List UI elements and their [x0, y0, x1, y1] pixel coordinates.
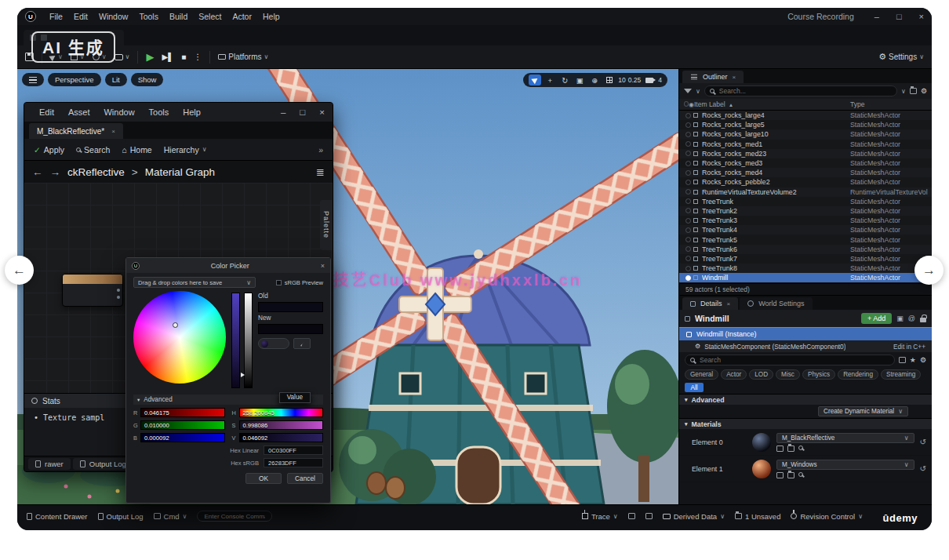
move-tool[interactable]: + — [544, 75, 556, 85]
close-icon[interactable]: × — [319, 107, 325, 117]
eyedropper-button[interactable] — [293, 338, 311, 349]
graph-list-icon[interactable]: ≣ — [316, 166, 325, 178]
close-icon[interactable]: × — [727, 300, 731, 307]
forward-icon[interactable]: → — [50, 166, 61, 178]
scale-tool[interactable]: ▣ — [573, 75, 586, 85]
apply-button[interactable]: ✓ Apply — [34, 145, 64, 155]
color-picker-titlebar[interactable]: U Color Picker × — [126, 258, 330, 273]
play-options-icon[interactable]: ⋮ — [194, 53, 202, 61]
ok-button[interactable]: OK — [245, 473, 282, 484]
srgb-toggle[interactable]: sRGB Preview — [276, 279, 323, 286]
maximize-icon[interactable]: □ — [300, 107, 305, 117]
instance-row[interactable]: Windmill (Instance) — [679, 327, 932, 340]
camera-speed-value[interactable]: 4 — [658, 76, 662, 84]
menu-item[interactable]: Actor — [227, 12, 257, 21]
table-row[interactable]: Rocks_rocks_large4 StaticMeshActor — [679, 111, 932, 120]
type-column[interactable]: Type — [850, 100, 932, 108]
hex-linear-input[interactable]: 0C0300FF — [264, 445, 323, 455]
frame-skip-button[interactable]: ▶▌ — [162, 53, 173, 61]
advanced-section-header[interactable]: ▾ Advanced — [679, 394, 932, 405]
visibility-icon[interactable] — [683, 208, 693, 213]
overflow-chevrons-icon[interactable]: » — [318, 145, 323, 155]
tab-material-asset[interactable]: M_BlackReflective* × — [29, 123, 123, 139]
cmd-dropdown[interactable]: Cmd ∨ — [154, 512, 187, 521]
filter-chip[interactable]: Rendering — [838, 369, 878, 380]
close-icon[interactable]: × — [321, 262, 325, 270]
table-row[interactable]: Rocks_rocks_large10 StaticMeshActor — [679, 129, 932, 139]
menu-item[interactable]: Asset — [61, 107, 97, 117]
menu-item[interactable]: Tools — [133, 12, 164, 21]
outliner-search-input[interactable] — [718, 86, 892, 96]
edit-in-cpp-link[interactable]: Edit in C++ — [893, 343, 925, 351]
table-row[interactable]: TreeTrunk6 StaticMeshActor — [679, 245, 932, 254]
table-row[interactable]: Rocks_rocks_med23 StaticMeshActor — [679, 149, 932, 158]
filter-chip[interactable]: Actor — [721, 369, 747, 380]
player-next-button[interactable]: → — [914, 256, 944, 285]
filter-chip[interactable]: Streaming — [881, 369, 921, 380]
home-button[interactable]: ⌂ Home — [122, 145, 151, 155]
material-dropdown[interactable]: M_BlackReflective ∨ — [776, 433, 914, 443]
create-dynamic-material-dropdown[interactable]: Create Dynamic Material ∨ — [818, 406, 908, 416]
table-row[interactable]: Rocks_rocks_med3 StaticMeshActor — [679, 158, 932, 168]
hue-channel-input[interactable]: 258.260845 — [239, 408, 324, 417]
browse-icon[interactable] — [787, 445, 794, 452]
scale-snap-value[interactable]: 0.25 — [628, 76, 642, 84]
play-button[interactable]: ▶ — [146, 51, 154, 63]
tab-outliner[interactable]: Outliner × — [682, 71, 744, 83]
cinematics-dropdown[interactable]: ∨ — [115, 53, 130, 60]
trace-dropdown[interactable]: Trace ∨ — [582, 512, 618, 521]
menu-item[interactable]: Build — [164, 12, 193, 21]
value-channel-input[interactable]: 0.046092 — [239, 433, 324, 442]
console-input-pill[interactable] — [197, 511, 272, 522]
cancel-button[interactable]: Cancel — [287, 473, 323, 484]
select-tool[interactable] — [529, 75, 541, 85]
table-row[interactable]: TreeTrunk8 StaticMeshActor — [679, 264, 932, 273]
details-search-input[interactable] — [698, 355, 889, 365]
hex-srgb-input[interactable]: 26283DFF — [264, 458, 323, 467]
outliner-settings-icon[interactable]: ⚙ — [921, 87, 927, 95]
saturation-channel-input[interactable]: 0.998086 — [239, 420, 324, 430]
table-row[interactable]: Rocks_rocks_large5 StaticMeshActor — [679, 120, 932, 129]
filter-chip[interactable]: General — [685, 369, 718, 380]
visibility-icon[interactable] — [683, 141, 693, 147]
minimize-icon[interactable]: – — [874, 12, 879, 21]
use-selected-icon[interactable] — [776, 472, 784, 478]
palette-tab[interactable]: Palette — [320, 200, 333, 250]
filter-chip[interactable]: LOD — [749, 369, 773, 380]
value-slider[interactable] — [244, 293, 253, 388]
visibility-icon[interactable] — [683, 237, 693, 242]
table-row[interactable]: RuntimeVirtualTextureVolume2 RuntimeVirt… — [679, 187, 932, 197]
visibility-icon[interactable] — [683, 161, 693, 166]
visibility-icon[interactable] — [683, 113, 693, 118]
table-row[interactable]: Windmill StaticMeshActor — [679, 273, 932, 282]
visibility-icon[interactable] — [683, 151, 693, 156]
breadcrumb-page[interactable]: Material Graph — [145, 166, 215, 178]
tab-details[interactable]: Details × — [682, 297, 738, 310]
visibility-icon[interactable] — [683, 189, 693, 195]
favorites-icon[interactable]: ★ — [910, 356, 916, 364]
filter-funnel-icon[interactable] — [684, 89, 692, 93]
color-wheel[interactable] — [133, 291, 226, 384]
red-channel-input[interactable]: 0.046175 — [140, 408, 225, 417]
material-node[interactable] — [62, 274, 123, 307]
node-pin[interactable] — [117, 289, 120, 292]
visibility-icon[interactable] — [683, 275, 693, 281]
table-row[interactable]: TreeTrunk7 StaticMeshActor — [679, 254, 932, 264]
browse-icon[interactable] — [787, 472, 794, 478]
back-icon[interactable]: ← — [32, 166, 43, 178]
visibility-icon[interactable] — [683, 227, 693, 233]
content-drawer-button[interactable]: Content Drawer — [27, 512, 88, 521]
rotate-tool[interactable]: ↻ — [558, 75, 571, 85]
find-icon[interactable] — [798, 472, 803, 477]
menu-item[interactable]: Select — [193, 12, 227, 21]
search-button[interactable]: Search — [76, 145, 110, 155]
tab-world-settings[interactable]: World Settings — [740, 297, 812, 310]
viewport-mode-pill[interactable]: Lit — [105, 73, 127, 86]
add-component-button[interactable]: + Add — [861, 313, 892, 324]
visibility-icon[interactable] — [683, 218, 693, 224]
new-folder-icon[interactable] — [910, 88, 917, 94]
display-options-icon[interactable] — [899, 357, 906, 363]
material-thumbnail[interactable] — [752, 433, 771, 452]
visibility-icon[interactable] — [683, 246, 693, 252]
output-log-tab[interactable]: Output Log — [73, 458, 133, 470]
